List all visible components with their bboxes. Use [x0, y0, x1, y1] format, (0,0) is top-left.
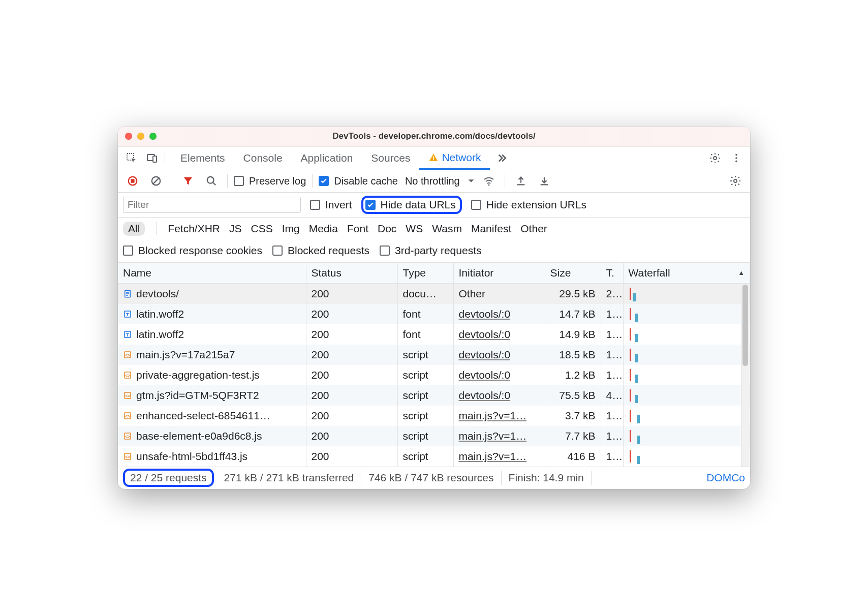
- chevron-down-icon: [467, 177, 475, 185]
- type-chip-wasm[interactable]: Wasm: [432, 223, 462, 235]
- type-chip-img[interactable]: Img: [282, 223, 300, 235]
- type-chip-fetchxhr[interactable]: Fetch/XHR: [168, 223, 220, 235]
- filter-toggle-icon[interactable]: [178, 171, 198, 191]
- initiator-link[interactable]: devtools/:0: [459, 389, 511, 401]
- initiator-link[interactable]: main.js?v=1…: [459, 410, 527, 421]
- font-file-icon: T: [123, 310, 132, 319]
- preserve-log-label: Preserve log: [249, 175, 306, 187]
- extra-filters-row: Blocked response cookies Blocked request…: [118, 240, 750, 262]
- search-icon[interactable]: [202, 171, 221, 191]
- table-row[interactable]: Tlatin.woff2 200 font devtools/:0 14.9 k…: [118, 324, 750, 345]
- table-row[interactable]: <>enhanced-select-6854611… 200 script ma…: [118, 406, 750, 426]
- request-time: 1..: [601, 345, 623, 365]
- invert-checkbox[interactable]: Invert: [310, 199, 352, 211]
- waterfall-cell: [629, 328, 745, 341]
- svg-point-5: [714, 157, 717, 160]
- scroll-thumb[interactable]: [742, 285, 748, 366]
- type-chip-ws[interactable]: WS: [406, 223, 423, 235]
- network-settings-icon[interactable]: [726, 171, 745, 191]
- request-name: private-aggregation-test.js: [136, 369, 260, 381]
- device-toolbar-icon[interactable]: [142, 148, 162, 168]
- table-row[interactable]: <>main.js?v=17a215a7 200 script devtools…: [118, 345, 750, 365]
- hide-data-urls-label: Hide data URLs: [381, 199, 456, 211]
- download-har-icon[interactable]: [535, 171, 554, 191]
- type-chip-js[interactable]: JS: [229, 223, 242, 235]
- minimize-window-button[interactable]: [137, 133, 144, 140]
- col-header-initiator[interactable]: Initiator: [453, 262, 545, 283]
- hide-extension-urls-checkbox[interactable]: Hide extension URLs: [471, 199, 586, 211]
- request-time: 1..: [601, 446, 623, 467]
- request-name: main.js?v=17a215a7: [136, 349, 235, 361]
- initiator-link[interactable]: devtools/:0: [459, 328, 511, 340]
- separator: [312, 174, 313, 188]
- blocked-cookies-checkbox[interactable]: Blocked response cookies: [123, 244, 262, 257]
- table-row[interactable]: <>unsafe-html-5bd1ff43.js 200 script mai…: [118, 446, 750, 467]
- svg-text:<>: <>: [125, 373, 130, 378]
- tab-application[interactable]: Application: [292, 146, 362, 170]
- svg-point-13: [207, 177, 214, 183]
- hide-data-urls-highlight: Hide data URLs: [361, 196, 462, 214]
- more-tabs-icon[interactable]: [490, 148, 512, 168]
- col-header-time[interactable]: T.: [601, 262, 623, 283]
- tab-elements[interactable]: Elements: [171, 146, 234, 170]
- window-title: DevTools - developer.chrome.com/docs/dev…: [118, 131, 750, 141]
- type-chip-other[interactable]: Other: [520, 223, 547, 235]
- throttling-select[interactable]: No throttling: [405, 175, 475, 187]
- svg-rect-10: [131, 179, 134, 182]
- settings-icon[interactable]: [705, 148, 725, 168]
- svg-line-14: [213, 182, 216, 186]
- clear-button[interactable]: [146, 171, 166, 191]
- js-file-icon: <>: [123, 411, 132, 420]
- zoom-window-button[interactable]: [149, 133, 157, 140]
- network-conditions-icon[interactable]: [479, 171, 499, 191]
- table-row[interactable]: <>gtm.js?id=GTM-5QF3RT2 200 script devto…: [118, 385, 750, 406]
- type-chip-font[interactable]: Font: [347, 223, 368, 235]
- checkbox-checked-icon: [319, 176, 329, 186]
- table-scrollbar[interactable]: [741, 284, 749, 467]
- hide-data-urls-checkbox[interactable]: Hide data URLs: [365, 199, 456, 211]
- col-header-status[interactable]: Status: [306, 262, 397, 283]
- kebab-menu-icon[interactable]: [727, 148, 746, 168]
- table-row[interactable]: <>base-element-e0a9d6c8.js 200 script ma…: [118, 426, 750, 446]
- svg-point-15: [488, 184, 489, 186]
- table-row[interactable]: Tlatin.woff2 200 font devtools/:0 14.7 k…: [118, 304, 750, 324]
- type-chip-doc[interactable]: Doc: [378, 223, 396, 235]
- disable-cache-checkbox[interactable]: Disable cache: [319, 175, 398, 187]
- col-header-waterfall[interactable]: Waterfall: [623, 262, 750, 283]
- waterfall-cell: [629, 349, 745, 361]
- col-header-name[interactable]: Name: [118, 262, 306, 283]
- request-type: script: [397, 385, 453, 406]
- initiator-link[interactable]: devtools/:0: [459, 349, 511, 360]
- type-chip-css[interactable]: CSS: [251, 223, 273, 235]
- close-window-button[interactable]: [125, 133, 132, 140]
- type-chip-all[interactable]: All: [123, 222, 145, 236]
- initiator-link[interactable]: devtools/:0: [459, 308, 511, 320]
- col-header-size[interactable]: Size: [545, 262, 601, 283]
- request-name: gtm.js?id=GTM-5QF3RT2: [136, 389, 259, 402]
- preserve-log-checkbox[interactable]: Preserve log: [234, 175, 306, 187]
- type-chip-media[interactable]: Media: [309, 223, 338, 235]
- table-row[interactable]: devtools/ 200 docu… Other 29.5 kB 2..: [118, 283, 750, 304]
- tab-console[interactable]: Console: [234, 146, 292, 170]
- window-titlebar: DevTools - developer.chrome.com/docs/dev…: [118, 127, 750, 147]
- request-size: 416 B: [545, 446, 601, 467]
- request-type: script: [397, 345, 453, 365]
- initiator-link[interactable]: main.js?v=1…: [459, 450, 527, 462]
- font-file-icon: T: [123, 330, 132, 339]
- third-party-checkbox[interactable]: 3rd-party requests: [380, 244, 481, 257]
- blocked-requests-checkbox[interactable]: Blocked requests: [272, 244, 369, 257]
- type-chip-manifest[interactable]: Manifest: [471, 223, 511, 235]
- svg-line-12: [153, 178, 160, 184]
- initiator-link[interactable]: main.js?v=1…: [459, 430, 527, 442]
- filter-input[interactable]: [123, 197, 301, 213]
- initiator-link[interactable]: devtools/:0: [459, 369, 511, 381]
- record-button[interactable]: [123, 171, 142, 191]
- col-header-type[interactable]: Type: [397, 262, 453, 283]
- inspect-element-icon[interactable]: [122, 148, 141, 168]
- upload-har-icon[interactable]: [511, 171, 531, 191]
- tab-network[interactable]: Network: [419, 146, 490, 170]
- blocked-cookies-label: Blocked response cookies: [138, 244, 262, 257]
- tab-sources[interactable]: Sources: [362, 146, 419, 170]
- svg-point-7: [735, 157, 737, 159]
- table-row[interactable]: <>private-aggregation-test.js 200 script…: [118, 365, 750, 385]
